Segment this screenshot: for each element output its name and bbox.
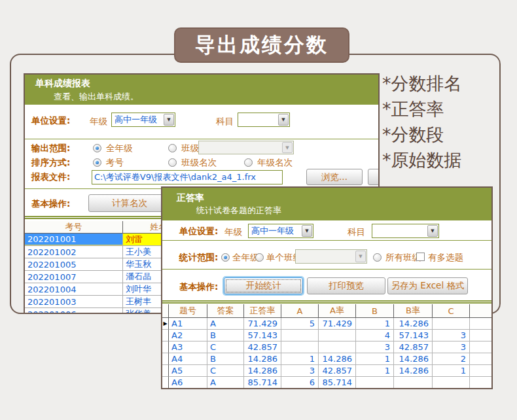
exam-no-cell: 202201002 xyxy=(25,246,123,258)
save-as-excel-button[interactable]: 另存为 Excel 格式 xyxy=(387,277,468,294)
unit-settings-label: 单位设置: xyxy=(179,226,218,237)
chevron-down-icon: ▼ xyxy=(282,142,293,153)
radio-exam-number-label: 考号 xyxy=(106,157,124,169)
subject-label: 科目 xyxy=(348,226,365,238)
separator xyxy=(162,240,491,241)
table-row[interactable]: A2 B 57.143 4 57.143 3 xyxy=(162,330,491,341)
exam-no-cell: 202201001 xyxy=(25,234,123,245)
grade-select-value: 高中一年级 xyxy=(113,114,164,126)
table-row[interactable]: A4 B 14.286 1 14.286 1 14.286 2 xyxy=(162,353,491,365)
radio-class-label: 班级 xyxy=(181,143,199,154)
table-row[interactable]: A5 C 14.286 3 42.857 1 14.286 1 xyxy=(162,365,491,377)
radio-all-classes-label: 所有班级 xyxy=(385,252,421,264)
output-range-label: 输出范围: xyxy=(31,143,70,154)
column-header-rate: 正答率 xyxy=(244,304,281,317)
chevron-down-icon: ▼ xyxy=(302,225,312,237)
answer-rate-table-header: 题号 答案 正答率 A A率 B B率 C xyxy=(162,304,491,318)
report-file-label: 报表文件: xyxy=(31,171,70,183)
feature-item: *原始数据 xyxy=(382,147,462,173)
double-separator xyxy=(162,300,491,304)
column-header-exam-no: 考号 xyxy=(25,221,123,233)
class-select-value xyxy=(200,142,282,153)
subject-select[interactable]: ▼ xyxy=(238,113,290,127)
answer-rate-table: 题号 答案 正答率 A A率 B B率 C ▶ A1 A 71.429 5 71… xyxy=(162,304,491,388)
column-header-a: A xyxy=(281,304,319,317)
feature-item: *分数段 xyxy=(382,122,462,147)
radio-whole-grade[interactable] xyxy=(221,253,230,262)
unit-settings-label: 单位设置: xyxy=(31,115,70,127)
grade-select[interactable]: 高中一年级 ▼ xyxy=(111,113,175,127)
radio-grade-rank[interactable] xyxy=(244,158,253,167)
current-row-marker-icon: ▶ xyxy=(163,321,167,326)
class-select-value xyxy=(296,251,355,262)
separator xyxy=(25,139,378,139)
chevron-down-icon: ▼ xyxy=(355,251,366,262)
radio-exam-number[interactable] xyxy=(93,158,101,167)
table-row[interactable]: A6 A 85.714 6 85.714 xyxy=(162,377,491,388)
exam-no-cell: 202201003 xyxy=(25,296,123,307)
grade-label: 年级 xyxy=(224,226,242,238)
basic-operations-label: 基本操作: xyxy=(179,281,218,293)
subject-select-value xyxy=(373,225,427,237)
subject-label: 科目 xyxy=(216,116,234,128)
dialog-subtitle: 统计试卷各题的正答率 xyxy=(196,205,281,217)
chevron-down-icon: ▼ xyxy=(164,114,174,126)
exam-no-cell: 202201004 xyxy=(25,283,123,295)
marker-column-header xyxy=(162,304,169,317)
column-header-a-rate: A率 xyxy=(319,304,356,317)
feature-list: *分数排名 *正答率 *分数段 *原始数据 xyxy=(382,71,462,173)
grade-select[interactable]: 高中一年级 ▼ xyxy=(248,224,313,238)
dialog-title: 单科成绩报表 xyxy=(35,78,90,90)
separator xyxy=(162,269,491,270)
multi-choice-checkbox[interactable] xyxy=(416,253,425,261)
radio-single-class[interactable] xyxy=(255,253,264,262)
exam-no-cell: 202201006 xyxy=(25,308,123,314)
radio-grade-rank-label: 年级名次 xyxy=(257,157,293,169)
column-header-c: C xyxy=(433,304,470,317)
multi-choice-label: 有多选题 xyxy=(428,252,463,264)
calc-rank-button[interactable]: 计算名次 xyxy=(88,194,171,212)
sort-mode-label: 排序方式: xyxy=(31,157,70,169)
radio-whole-grade-label: 全年级 xyxy=(106,143,133,154)
dialog-header: 正答率 统计试卷各题的正答率 xyxy=(162,188,491,220)
clipped-button[interactable] xyxy=(368,169,380,185)
column-header-filler xyxy=(470,304,491,317)
page-title: 导出成绩分数 xyxy=(174,27,349,63)
basic-operations-label: 基本操作: xyxy=(31,198,70,210)
grade-label: 年级 xyxy=(90,116,107,128)
exam-no-cell: 202201005 xyxy=(25,258,123,270)
radio-whole-grade[interactable] xyxy=(93,144,101,152)
class-select: ▼ xyxy=(295,249,367,264)
browse-button[interactable]: 浏览... xyxy=(306,169,363,185)
subject-select[interactable]: ▼ xyxy=(372,224,439,238)
feature-item: *分数排名 xyxy=(382,71,462,96)
class-select: ▼ xyxy=(198,141,294,154)
radio-class-rank-label: 班级名次 xyxy=(181,157,217,169)
feature-item: *正答率 xyxy=(382,96,462,122)
start-statistics-button[interactable]: 开始统计 xyxy=(224,277,303,294)
subject-select-value xyxy=(239,114,278,126)
dialog-answer-rate: 正答率 统计试卷各题的正答率 单位设置: 年级 高中一年级 ▼ 科目 ▼ 统计范… xyxy=(161,186,493,389)
dialog-title: 正答率 xyxy=(177,192,204,204)
column-header-b-rate: B率 xyxy=(394,304,433,317)
chevron-down-icon: ▼ xyxy=(278,114,289,126)
column-header-answer: 答案 xyxy=(207,304,244,317)
exam-no-cell: 202201007 xyxy=(25,271,123,283)
table-row-current[interactable]: ▶ A1 A 71.429 5 71.429 1 14.286 xyxy=(162,318,491,330)
table-row[interactable]: A3 C 42.857 3 42.857 3 xyxy=(162,341,491,353)
radio-class[interactable] xyxy=(168,144,177,152)
stat-scope-label: 统计范围: xyxy=(179,252,218,264)
grade-select-value: 高中一年级 xyxy=(249,225,302,237)
radio-all-classes[interactable] xyxy=(373,253,382,262)
chevron-down-icon: ▼ xyxy=(427,225,438,237)
column-header-question: 题号 xyxy=(169,304,207,317)
dialog-header: 单科成绩报表 查看、输出单科成绩。 xyxy=(25,75,378,105)
print-preview-button[interactable]: 打印预览 xyxy=(307,277,385,294)
column-header-b: B xyxy=(356,304,394,317)
radio-class-rank[interactable] xyxy=(168,158,177,167)
report-file-input[interactable] xyxy=(92,170,283,184)
dialog-subtitle: 查看、输出单科成绩。 xyxy=(54,91,139,103)
